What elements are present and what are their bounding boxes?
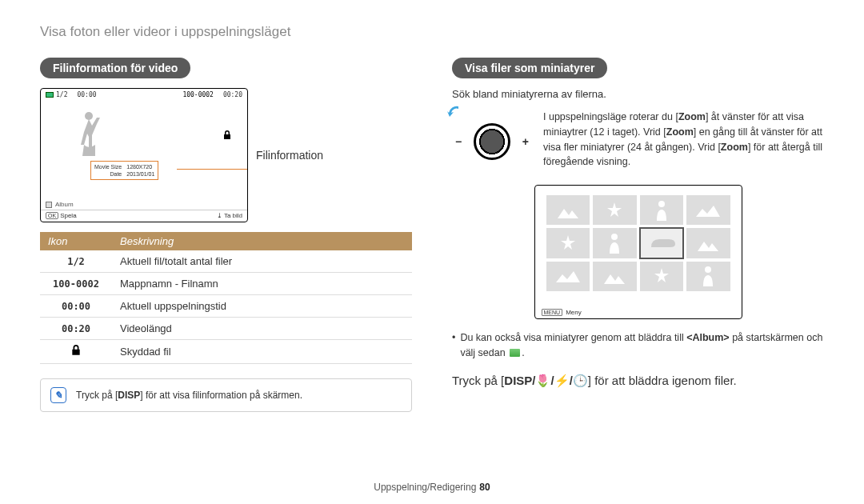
callout-label: Filinformation (256, 149, 323, 162)
th-desc: Beskrivning (112, 232, 412, 250)
thumb-cell (686, 228, 730, 258)
rotate-arrow-icon (447, 105, 463, 121)
thumbnail-grid-screen: MENU Meny (534, 185, 742, 319)
right-column: Visa filer som miniatyrer Sök bland mini… (452, 58, 824, 412)
lock-icon (223, 130, 231, 142)
time-elapsed: 00:00 (77, 91, 96, 98)
tip-text: Tryck på [DISP] för att visa filinformat… (76, 390, 302, 401)
play-label: Spela (60, 212, 76, 219)
thumb-cell (546, 228, 590, 258)
folder-file-label: 100-0002 (182, 91, 214, 98)
menu-button-icon: MENU (542, 309, 563, 316)
browse-instruction: Tryck på [DISP/🌷/⚡/🕒] för att bläddra ig… (452, 374, 824, 388)
table-row: Skyddad fil (40, 340, 412, 364)
zoom-instruction-text: I uppspelningsläge roterar du [Zoom] åt … (543, 110, 824, 170)
thumb-cell (546, 195, 590, 225)
tip-box: ✎ Tryck på [DISP] för att visa filinform… (40, 378, 412, 412)
table-row: 00:00Aktuell uppspelningstid (40, 295, 412, 318)
file-info-overlay: Movie Size1280X720 Date2013/01/01 (90, 161, 158, 180)
video-file-icon (46, 92, 54, 98)
icon-description-table: Ikon Beskrivning 1/2Aktuell fil/totalt a… (40, 232, 412, 364)
page-footer: Uppspelning/Redigering80 (0, 482, 864, 493)
video-playback-screen: 1/2 00:00 100-0002 00:20 Movie Size1280X… (40, 88, 248, 222)
menu-label: Meny (566, 309, 582, 316)
heading-thumbnails: Visa filer som miniatyrer (452, 58, 607, 78)
table-row: 100-0002Mappnamn - Filnamn (40, 273, 412, 295)
thumb-cell-selected (640, 228, 684, 258)
svg-point-0 (85, 112, 93, 120)
thumbnails-subtext: Sök bland miniatyrerna av filerna. (452, 88, 824, 100)
thumb-cell (546, 262, 590, 291)
landscape-icon (510, 349, 520, 357)
file-counter: 1/2 (56, 91, 67, 98)
thumb-cell (593, 228, 637, 258)
table-row: 1/2Aktuell fil/totalt antal filer (40, 250, 412, 273)
callout-line (177, 169, 248, 170)
capture-icon: ⤓ (217, 212, 224, 219)
zoom-dial-graphic: − + (452, 110, 532, 174)
nav-symbols: /🌷/⚡/🕒 (532, 374, 588, 387)
album-icon (46, 202, 52, 208)
thumb-cell (593, 195, 637, 225)
plus-icon: + (522, 135, 529, 148)
svg-point-3 (705, 266, 711, 273)
svg-point-2 (611, 234, 618, 240)
th-icon: Ikon (40, 232, 112, 250)
note-item: Du kan också visa miniatyrer genom att b… (452, 330, 824, 361)
zoom-dial-icon (474, 123, 510, 160)
info-icon: ✎ (50, 387, 66, 403)
minus-icon: − (455, 135, 462, 148)
capture-label: Ta bild (224, 212, 242, 219)
album-label: Album (55, 201, 74, 208)
video-thumbnail-figure (73, 110, 105, 158)
thumb-cell (640, 195, 684, 225)
video-duration: 00:20 (223, 91, 242, 98)
ok-button-icon: OK (46, 212, 58, 219)
page-title: Visa foton eller videor i uppspelningslä… (40, 24, 824, 40)
svg-point-1 (658, 201, 665, 207)
heading-video-info: Filinformation för video (40, 58, 190, 78)
thumb-cell (640, 262, 684, 291)
lock-icon (40, 340, 112, 364)
thumb-cell (686, 262, 730, 291)
thumb-cell (686, 195, 730, 225)
thumb-cell (593, 262, 637, 291)
table-row: 00:20Videolängd (40, 318, 412, 340)
left-column: Filinformation för video 1/2 00:00 100-0… (40, 58, 412, 412)
